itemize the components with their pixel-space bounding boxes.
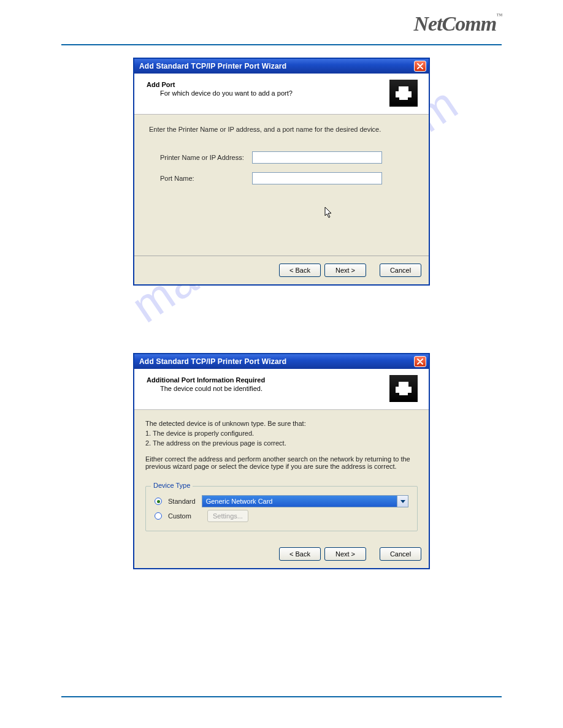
svg-rect-1 — [399, 86, 408, 91]
port-label: Port Name: — [160, 175, 252, 182]
cancel-button[interactable]: Cancel — [380, 547, 421, 561]
cancel-button[interactable]: Cancel — [380, 264, 421, 277]
radio-standard[interactable] — [155, 498, 162, 505]
chevron-down-icon[interactable] — [397, 496, 408, 507]
radio-row-custom: Custom Settings... — [155, 510, 408, 522]
titlebar[interactable]: Add Standard TCP/IP Printer Port Wizard — [134, 59, 429, 74]
group-legend: Device Type — [151, 482, 193, 489]
radio-custom[interactable] — [155, 512, 162, 520]
next-button[interactable]: Next > — [324, 547, 366, 561]
svg-rect-2 — [399, 96, 408, 100]
port-input[interactable] — [252, 172, 382, 184]
tm: ™ — [496, 12, 502, 19]
brand-logo: NetComm™ — [414, 12, 502, 36]
device-type-group: Device Type Standard Generic Network Car… — [145, 486, 418, 531]
svg-rect-4 — [399, 382, 408, 387]
button-bar: < Back Next > Cancel — [134, 540, 429, 568]
dialog-body: Enter the Printer Name or IP address, an… — [134, 115, 429, 256]
close-icon[interactable] — [414, 61, 426, 72]
printer-icon — [389, 80, 418, 107]
svg-marker-6 — [400, 500, 405, 503]
instruction-text: Enter the Printer Name or IP address, an… — [145, 123, 418, 148]
wizard-header: Add Port For which device do you want to… — [134, 74, 429, 115]
page: NetComm™ manualshive.com Add Standard TC… — [0, 0, 563, 728]
title-text: Add Standard TCP/IP Printer Port Wizard — [139, 357, 286, 366]
info-line3: 2. The address on the previous page is c… — [145, 439, 418, 447]
brand-name: NetComm — [414, 12, 497, 35]
dialog-body: The detected device is of unknown type. … — [134, 410, 429, 540]
bottom-divider — [61, 696, 502, 697]
close-icon[interactable] — [414, 356, 426, 367]
title-text: Add Standard TCP/IP Printer Port Wizard — [139, 62, 286, 70]
back-button[interactable]: < Back — [279, 264, 321, 277]
button-bar: < Back Next > Cancel — [134, 256, 429, 284]
info-line4: Either correct the address and perform a… — [145, 455, 418, 470]
info-line1: The detected device is of unknown type. … — [145, 420, 418, 427]
wizard-title: Additional Port Information Required — [143, 375, 265, 384]
wizard-title: Add Port — [143, 80, 293, 88]
titlebar[interactable]: Add Standard TCP/IP Printer Port Wizard — [134, 354, 429, 369]
wizard-subtitle: The device could not be identified. — [143, 384, 265, 392]
wizard-header: Additional Port Information Required The… — [134, 369, 429, 410]
printer-label: Printer Name or IP Address: — [160, 154, 252, 161]
top-divider — [61, 44, 502, 45]
info-line2: 1. The device is properly configured. — [145, 430, 418, 437]
wizard-subtitle: For which device do you want to add a po… — [143, 88, 293, 97]
cursor-icon — [324, 207, 333, 220]
dialog-add-port: Add Standard TCP/IP Printer Port Wizard … — [133, 58, 430, 286]
settings-button: Settings... — [207, 510, 248, 522]
combo-value: Generic Network Card — [206, 498, 273, 505]
printer-input[interactable] — [252, 151, 382, 164]
back-button[interactable]: < Back — [279, 547, 321, 561]
next-button[interactable]: Next > — [324, 264, 366, 277]
device-type-combo[interactable]: Generic Network Card — [202, 495, 408, 507]
radio-row-standard: Standard Generic Network Card — [155, 495, 408, 507]
dialog-device-type: Add Standard TCP/IP Printer Port Wizard … — [133, 353, 430, 569]
radio-standard-label: Standard — [168, 498, 196, 505]
printer-icon — [389, 375, 418, 402]
svg-rect-5 — [399, 392, 408, 395]
radio-custom-label: Custom — [168, 512, 201, 520]
